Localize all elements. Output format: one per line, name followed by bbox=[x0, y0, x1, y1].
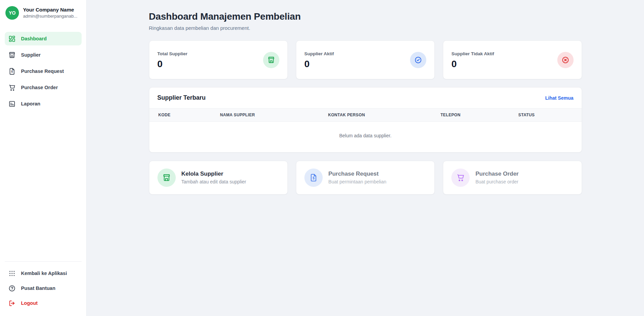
file-dollar-icon: $ bbox=[8, 68, 16, 75]
sidebar: YO Your Company Name admin@sumberpangana… bbox=[0, 0, 87, 316]
sidebar-item-pusat-bantuan[interactable]: Pusat Bantuan bbox=[5, 281, 82, 295]
table-header-row: KODE NAMA SUPPLIER KONTAK PERSON TELEPON… bbox=[149, 108, 582, 122]
sidebar-item-purchase-order[interactable]: Purchase Order bbox=[5, 81, 82, 94]
stat-label: Total Supplier bbox=[157, 51, 188, 56]
logout-button[interactable]: Logout bbox=[5, 296, 82, 310]
column-header-telepon: TELEPON bbox=[432, 108, 510, 122]
sidebar-footer: Kembali ke Aplikasi Pusat Bantuan Logout bbox=[5, 261, 82, 316]
sidebar-item-label: Purchase Request bbox=[21, 68, 64, 74]
stat-value: 0 bbox=[304, 59, 334, 69]
stats-row: Total Supplier 0 Supplier Aktif 0 bbox=[149, 40, 582, 79]
stat-value: 0 bbox=[157, 59, 188, 69]
sidebar-item-label: Laporan bbox=[21, 101, 40, 106]
table-empty-row: Belum ada data supplier. bbox=[149, 122, 582, 153]
grid-dots-icon bbox=[8, 270, 16, 277]
section-title: Supplier Terbaru bbox=[157, 94, 206, 101]
company-name: Your Company Name bbox=[23, 6, 78, 13]
storefront-icon bbox=[8, 52, 16, 59]
stat-label: Supplier Tidak Aktif bbox=[451, 51, 494, 56]
purchase-order-card[interactable]: Purchase Order Buat purchase order bbox=[443, 161, 582, 195]
shopping-cart-icon bbox=[8, 84, 16, 91]
supplier-table: KODE NAMA SUPPLIER KONTAK PERSON TELEPON… bbox=[149, 108, 582, 152]
column-header-nama-supplier: NAMA SUPPLIER bbox=[212, 108, 320, 122]
profile-email: admin@sumberpanganab... bbox=[23, 13, 78, 19]
stat-value: 0 bbox=[451, 59, 494, 69]
svg-text:$: $ bbox=[313, 176, 315, 180]
supplier-terbaru-card: Supplier Terbaru Lihat Semua KODE NAMA S… bbox=[149, 87, 582, 153]
stat-card-supplier-tidak-aktif: Supplier Tidak Aktif 0 bbox=[443, 40, 582, 79]
sidebar-item-label: Purchase Order bbox=[21, 85, 58, 90]
check-circle-icon bbox=[410, 52, 426, 68]
svg-text:$: $ bbox=[11, 70, 13, 73]
main-content: Dashboard Manajemen Pembelian Ringkasan … bbox=[87, 0, 644, 316]
action-title: Kelola Supplier bbox=[181, 171, 246, 177]
kelola-supplier-card[interactable]: Kelola Supplier Tambah atau edit data su… bbox=[149, 161, 288, 195]
sidebar-item-dashboard[interactable]: Dashboard bbox=[5, 32, 82, 45]
file-dollar-icon: $ bbox=[304, 169, 323, 187]
sidebar-nav: Dashboard Supplier $ Purchase Request bbox=[0, 24, 86, 261]
sidebar-item-label: Dashboard bbox=[21, 36, 47, 41]
sidebar-item-laporan[interactable]: Laporan bbox=[5, 97, 82, 111]
sidebar-item-label: Kembali ke Aplikasi bbox=[21, 271, 67, 276]
bar-chart-icon bbox=[8, 100, 16, 107]
action-subtitle: Tambah atau edit data supplier bbox=[181, 179, 246, 185]
shopping-cart-icon bbox=[451, 169, 470, 187]
lihat-semua-link[interactable]: Lihat Semua bbox=[545, 95, 573, 101]
sidebar-item-label: Pusat Bantuan bbox=[21, 285, 56, 291]
quick-actions-row: Kelola Supplier Tambah atau edit data su… bbox=[149, 161, 582, 195]
action-title: Purchase Order bbox=[475, 171, 519, 177]
storefront-icon bbox=[157, 169, 176, 187]
storefront-icon bbox=[263, 52, 279, 68]
column-header-kode: KODE bbox=[149, 108, 212, 122]
x-circle-icon bbox=[557, 52, 574, 68]
layout-dashboard-icon bbox=[8, 35, 16, 42]
stat-card-total-supplier: Total Supplier 0 bbox=[149, 40, 288, 79]
profile-block[interactable]: YO Your Company Name admin@sumberpangana… bbox=[0, 0, 86, 24]
action-subtitle: Buat purchase order bbox=[475, 179, 519, 185]
sidebar-item-kembali-ke-aplikasi[interactable]: Kembali ke Aplikasi bbox=[5, 266, 82, 280]
stat-label: Supplier Aktif bbox=[304, 51, 334, 56]
column-header-status: STATUS bbox=[510, 108, 582, 122]
sidebar-item-supplier[interactable]: Supplier bbox=[5, 48, 82, 62]
column-header-kontak-person: KONTAK PERSON bbox=[320, 108, 432, 122]
action-title: Purchase Request bbox=[328, 171, 386, 177]
purchase-request-card[interactable]: $ Purchase Request Buat permintaan pembe… bbox=[296, 161, 435, 195]
help-circle-icon bbox=[8, 285, 16, 292]
stat-card-supplier-aktif: Supplier Aktif 0 bbox=[296, 40, 435, 79]
empty-state-text: Belum ada data supplier. bbox=[149, 122, 582, 153]
avatar: YO bbox=[5, 6, 19, 20]
action-subtitle: Buat permintaan pembelian bbox=[328, 179, 386, 185]
page-subtitle: Ringkasan data pembelian dan procurement… bbox=[149, 25, 582, 31]
sidebar-item-purchase-request[interactable]: $ Purchase Request bbox=[5, 64, 82, 78]
sidebar-item-label: Logout bbox=[21, 300, 38, 306]
sidebar-item-label: Supplier bbox=[21, 52, 41, 58]
logout-icon bbox=[8, 300, 16, 307]
page-title: Dashboard Manajemen Pembelian bbox=[149, 11, 582, 22]
